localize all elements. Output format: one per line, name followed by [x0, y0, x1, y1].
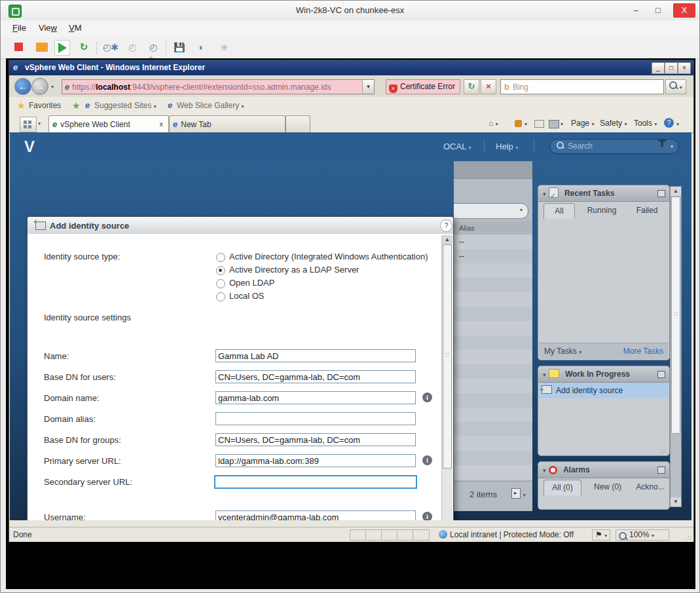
wip-item-add-identity-source[interactable]: Add identity source [539, 383, 669, 398]
search-go-button[interactable]: ▾ [665, 79, 686, 94]
tab-running[interactable]: Running [581, 203, 622, 218]
filter-dropdown[interactable]: ▾ [454, 203, 528, 219]
username-input[interactable] [215, 510, 416, 520]
tools-menu[interactable]: Tools ▾ [634, 119, 657, 128]
feeds-dropdown-icon[interactable]: ▾ [525, 121, 527, 127]
history-dropdown-icon[interactable]: ▾ [51, 84, 54, 90]
zoom-control[interactable]: 100% ▾ [616, 529, 669, 541]
home-icon[interactable]: ⌂ ▾ [488, 119, 498, 128]
favorites-star-icon[interactable]: ★ [17, 100, 26, 111]
panel-resize-grip[interactable]: .:: [659, 448, 667, 454]
console-maximize-button[interactable]: □ [647, 3, 669, 18]
wip-titlebar[interactable]: ▾ Work In Progress [538, 366, 669, 383]
collapse-arrow-icon[interactable]: ▾ [543, 191, 546, 197]
radio-open-ldap[interactable] [216, 279, 225, 288]
ie-close-button[interactable]: × [678, 62, 691, 74]
domain-alias-input[interactable] [215, 412, 416, 425]
favorites-label[interactable]: Favorites [29, 101, 61, 110]
info-icon[interactable]: i [422, 392, 432, 402]
recent-tasks-titlebar[interactable]: ▾ Recent Tasks [538, 185, 669, 202]
quick-tabs-icon[interactable] [20, 117, 37, 132]
safety-menu[interactable]: Safety ▾ [600, 119, 627, 128]
export-icon[interactable]: ▾ [511, 488, 526, 499]
help-dropdown-icon[interactable]: ▾ [676, 121, 679, 127]
login-menu-fragment[interactable]: OCAL ▾ [443, 142, 471, 151]
read-mail-icon[interactable] [534, 120, 544, 128]
certificate-error-badge[interactable]: ×Certificate Error [386, 79, 460, 94]
radio-ad-integrated[interactable] [216, 253, 225, 262]
reset-icon[interactable]: ↻ [77, 40, 91, 54]
dialog-titlebar[interactable]: Add identity source [28, 217, 453, 235]
stop-icon[interactable]: × [481, 79, 496, 94]
floppy-settings-icon[interactable]: 💾 [172, 40, 187, 54]
grid-row[interactable]: -- [454, 249, 532, 263]
info-icon[interactable]: i [422, 512, 432, 520]
console-minimize-button[interactable]: – [625, 3, 647, 18]
tab-vsphere-web-client[interactable]: evSphere Web Client x [48, 115, 169, 133]
print-dropdown-icon[interactable]: ▾ [561, 121, 563, 127]
scroll-up-icon[interactable]: ▲ [671, 187, 681, 196]
feeds-icon[interactable] [515, 120, 522, 127]
tab-close-icon[interactable]: x [160, 116, 164, 132]
radio-label[interactable]: Open LDAP [229, 278, 274, 288]
console-close-button[interactable]: X [673, 3, 695, 18]
manage-snapshots-icon[interactable]: ◴🔧 [146, 40, 160, 54]
maximize-panel-icon[interactable] [657, 190, 665, 197]
radio-label[interactable]: Active Directory (Integrated Windows Aut… [229, 252, 428, 261]
base-dn-groups-input[interactable] [215, 433, 416, 446]
radio-local-os[interactable] [216, 292, 225, 301]
secondary-server-url-input[interactable] [214, 475, 417, 489]
address-dropdown-icon[interactable]: ▾ [362, 80, 374, 94]
add-favorite-icon[interactable]: ★ [72, 100, 81, 111]
tab-new-alarms[interactable]: New (0) [588, 480, 627, 495]
collapse-arrow-icon[interactable]: ▾ [543, 467, 546, 474]
collapse-arrow-icon[interactable]: ▾ [543, 372, 546, 378]
maximize-panel-icon[interactable] [657, 467, 665, 474]
my-tasks-dropdown[interactable]: My Tasks ▾ [544, 347, 581, 356]
scrollbar-thumb[interactable]: :: [443, 244, 452, 469]
tab-list-dropdown-icon[interactable]: ▾ [38, 121, 41, 126]
tab-all-alarms[interactable]: All (0) [543, 480, 581, 495]
dialog-scrollbar[interactable]: ▲ :: ▼ [441, 235, 452, 520]
radio-label[interactable]: Active Directory as a LDAP Server [229, 265, 359, 275]
refresh-icon[interactable]: ↻ [464, 79, 479, 94]
help-icon[interactable]: ? [664, 118, 674, 128]
scrollbar-thumb[interactable]: :: [671, 197, 680, 434]
page-menu[interactable]: Page ▾ [571, 119, 594, 128]
ie-minimize-button[interactable]: _ [652, 62, 665, 74]
primary-server-url-input[interactable] [215, 454, 416, 467]
domain-name-input[interactable] [215, 391, 416, 404]
print-icon[interactable] [549, 120, 559, 128]
scroll-up-icon[interactable]: ▲ [442, 235, 452, 244]
tab-acknowledged-alarms[interactable]: Ackno... [634, 480, 667, 495]
info-icon[interactable]: i [422, 455, 432, 465]
take-snapshot-icon[interactable]: ◴✱ [103, 40, 117, 54]
dialog-help-icon[interactable]: ? [440, 220, 452, 232]
base-dn-users-input[interactable] [215, 370, 416, 383]
menu-file[interactable]: FFileile [12, 23, 26, 33]
ie-restore-button[interactable]: □ [665, 62, 678, 74]
more-tasks-link[interactable]: More Tasks [623, 343, 663, 359]
help-menu[interactable]: Help ▾ [496, 142, 518, 151]
power-on-icon[interactable] [54, 40, 70, 56]
tab-all[interactable]: All [543, 203, 575, 219]
suggested-sites-link[interactable]: Suggested Sites ▾ [94, 101, 157, 110]
privacy-icon[interactable]: ⚑ ▾ [592, 529, 610, 541]
cd-settings-icon[interactable]: ◐ [194, 40, 209, 54]
column-header-alias[interactable]: Alias [454, 221, 532, 235]
address-input[interactable]: ehttps://localhost:9443/vsphere-client/#… [62, 79, 375, 94]
pin-icon[interactable] [661, 139, 663, 147]
power-off-icon[interactable] [11, 40, 26, 54]
page-scrollbar[interactable]: ▲ :: ▼ [670, 186, 682, 507]
suspend-icon[interactable] [32, 40, 46, 54]
alarms-titlebar[interactable]: ▾ Alarms [538, 462, 669, 478]
scroll-down-icon[interactable]: ▼ [671, 497, 681, 507]
web-slice-gallery-link[interactable]: Web Slice Gallery ▾ [177, 101, 244, 110]
name-input[interactable] [215, 349, 416, 362]
tab-new-tab[interactable]: eNew Tab [169, 115, 286, 133]
ie-search-input[interactable]: bBing [500, 79, 664, 94]
window-resize-grip[interactable]: .:: [685, 534, 692, 541]
grid-row[interactable]: -- [454, 235, 532, 249]
radio-label[interactable]: Local OS [229, 291, 264, 301]
tab-failed[interactable]: Failed [630, 203, 664, 218]
